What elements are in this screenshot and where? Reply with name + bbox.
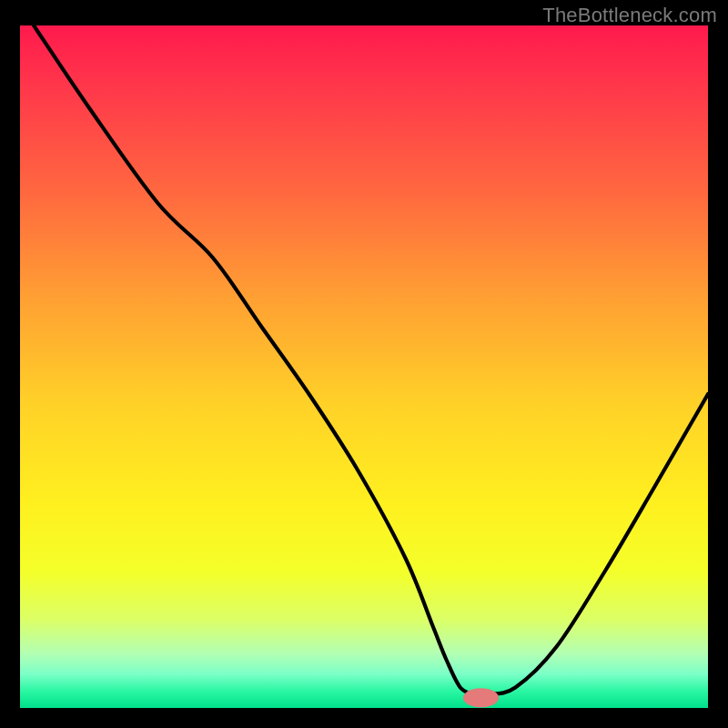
watermark-text: TheBottleneck.com xyxy=(542,4,717,27)
chart-svg xyxy=(20,25,708,708)
gradient-background xyxy=(20,25,708,708)
plot-area xyxy=(20,25,708,708)
optimum-marker xyxy=(463,688,499,707)
chart-frame: TheBottleneck.com xyxy=(0,0,728,728)
